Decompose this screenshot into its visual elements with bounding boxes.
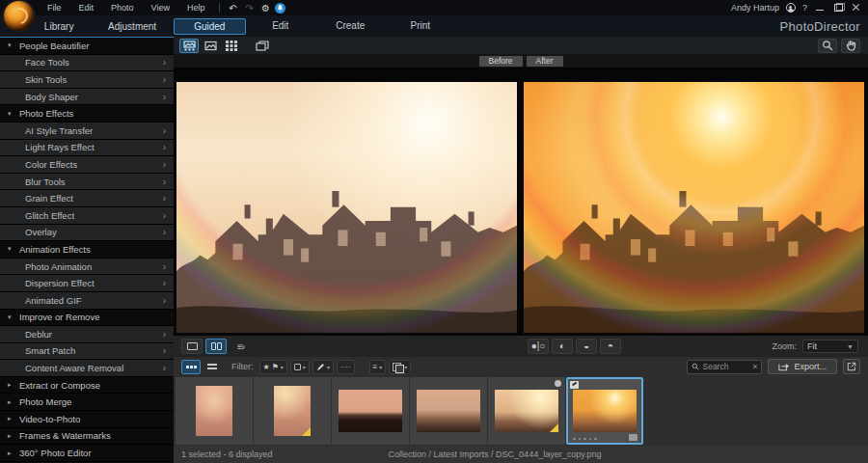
adjusted-filter-dropdown[interactable]: ▾ (312, 360, 334, 374)
sidebar-row[interactable]: Frames & Watermarks › (0, 428, 174, 446)
sidebar-row[interactable]: 360° Photo Editor › (0, 445, 174, 462)
sidebar-row-label: Overlay (25, 227, 163, 237)
menu-file[interactable]: File (39, 3, 70, 13)
zoom-tool-button[interactable] (818, 39, 837, 53)
tab-adjustment[interactable]: Adjustment (108, 21, 156, 32)
disclosure-triangle-icon (8, 110, 19, 118)
zoom-level-dropdown[interactable]: Fit ▼ (802, 340, 858, 353)
sidebar-row[interactable]: Body Shaper › (0, 89, 174, 106)
help-icon[interactable]: ? (802, 3, 807, 13)
sidebar-row[interactable]: Color Effects › (0, 156, 174, 174)
sidebar-row-label: Skin Tools (25, 74, 163, 85)
settings-gear-icon[interactable]: ⚙ (258, 3, 272, 14)
filmstrip-thumb-3[interactable] (332, 377, 409, 445)
after-label[interactable]: After (527, 56, 563, 67)
sidebar-row[interactable]: Grain Effect › (0, 190, 174, 207)
sidebar-row[interactable]: Photo Merge › (0, 394, 174, 411)
chevron-right-icon: › (163, 329, 166, 340)
export-button[interactable]: Export... (768, 359, 837, 374)
filmstrip-thumb-2[interactable] (254, 377, 331, 445)
after-photo[interactable] (524, 82, 864, 333)
compare-split-top-bottom-button[interactable]: ◒ (576, 339, 597, 354)
rating-dots[interactable] (573, 438, 597, 441)
sidebar-row[interactable]: Deblur › (0, 326, 174, 343)
close-button[interactable] (851, 3, 862, 13)
menu-view[interactable]: View (143, 3, 178, 13)
sidebar-row[interactable]: Photo Animation › (0, 259, 174, 276)
sort-lines-icon: ≡ (373, 363, 378, 371)
maximize-button[interactable] (832, 3, 844, 13)
tab-print[interactable]: Print (386, 18, 456, 35)
account-avatar-icon[interactable] (786, 3, 796, 13)
search-clear-icon[interactable]: × (752, 362, 757, 371)
sidebar-row[interactable]: Skin Tools › (0, 71, 174, 89)
chevron-right-icon: › (163, 295, 166, 306)
sidebar-row[interactable]: Improve or Remove › (0, 310, 174, 327)
search-input[interactable] (702, 362, 749, 371)
sidebar-row[interactable]: AI Style Transfer › (0, 123, 174, 140)
sidebar-row[interactable]: People Beautifier › (0, 38, 174, 55)
list-view-button[interactable] (203, 360, 222, 374)
menu-photo[interactable]: Photo (102, 3, 143, 13)
single-view-button[interactable] (181, 339, 203, 354)
sidebar-row[interactable]: Content Aware Removal › (0, 360, 174, 377)
sidebar-row[interactable]: Light Rays Effect › (0, 140, 174, 157)
redo-icon[interactable]: ↷ (242, 3, 256, 14)
sidebar-row-label: Dispersion Effect (25, 278, 163, 288)
filmstrip-thumb-6-selected[interactable] (566, 377, 643, 445)
side-by-side-view-button[interactable] (205, 339, 227, 354)
stack-photos-dropdown[interactable]: ▾ (389, 360, 411, 374)
color-label-filter-dropdown[interactable]: ▾ (290, 360, 310, 374)
compare-side-by-side-button[interactable]: ●|○ (528, 339, 549, 354)
sidebar-row[interactable]: Glitch Effect › (0, 207, 174, 225)
sort-order-dropdown[interactable]: ≡▾ (369, 360, 387, 374)
sidebar-row[interactable]: Smart Patch › (0, 343, 174, 361)
chevron-right-icon: › (163, 278, 166, 288)
sidebar-row[interactable]: Photo Effects › (0, 105, 174, 123)
more-filters-dropdown[interactable]: ···· (337, 360, 355, 374)
filmstrip-thumb-4[interactable] (410, 377, 487, 445)
notifications-icon[interactable] (275, 3, 285, 14)
sidebar-row[interactable]: Video-to-Photo › (0, 411, 174, 428)
sidebar-row[interactable]: Face Tools › (0, 55, 174, 72)
before-photo[interactable] (176, 82, 517, 333)
before-label[interactable]: Before (479, 56, 523, 67)
secondary-monitor-button[interactable] (253, 39, 272, 53)
compare-history-icon[interactable]: ≡› (237, 341, 244, 352)
tab-library[interactable]: Library (44, 21, 74, 32)
hand-pan-tool-button[interactable] (841, 39, 860, 53)
filmstrip-thumb-1[interactable] (176, 377, 253, 445)
sidebar-row[interactable]: Animation Effects › (0, 241, 174, 259)
star-flag-filter-dropdown[interactable]: ★⚑▾ (259, 360, 287, 374)
sidebar-row-label: Content Aware Removal (25, 363, 163, 373)
sidebar-row[interactable]: Overlay › (0, 225, 174, 242)
search-box[interactable]: × (687, 360, 762, 374)
search-icon (692, 363, 699, 370)
minimize-button[interactable] (814, 3, 826, 13)
undo-icon[interactable]: ↶ (226, 3, 239, 14)
sidebar-row[interactable]: Blur Tools › (0, 174, 174, 191)
view-mode-toolbar: ≡› ●|○ ◐ ◒ ◓ Zoom: Fit ▼ (174, 336, 868, 357)
filmstrip-thumb-5[interactable] (488, 377, 565, 445)
compare-split-left-right-button[interactable]: ◐ (552, 339, 573, 354)
tab-create[interactable]: Create (315, 18, 386, 35)
sidebar-row[interactable]: Animated GIF › (0, 292, 174, 310)
viewer-only-mode-button[interactable] (201, 39, 220, 53)
menu-edit[interactable]: Edit (70, 3, 103, 13)
sidebar-row[interactable]: Dispersion Effect › (0, 275, 174, 292)
viewer-toolbar (174, 37, 868, 54)
compare-band-button[interactable]: ◓ (600, 339, 621, 354)
tab-guided[interactable]: Guided (174, 18, 246, 35)
sidebar-row[interactable]: Extract or Compose › (0, 377, 174, 395)
export-icon (778, 362, 790, 371)
user-name[interactable]: Andy Hartup (731, 3, 779, 13)
browser-only-grid-button[interactable] (222, 39, 241, 53)
share-button[interactable] (843, 359, 860, 374)
photo-canvas (174, 68, 868, 336)
tab-edit[interactable]: Edit (246, 18, 316, 35)
toolbar-separator (219, 3, 220, 13)
sidebar-row-label: Deblur (25, 329, 163, 340)
thumbnail-view-button[interactable] (181, 360, 201, 374)
menu-help[interactable]: Help (178, 3, 214, 13)
browser-and-viewer-mode-button[interactable] (179, 39, 199, 53)
